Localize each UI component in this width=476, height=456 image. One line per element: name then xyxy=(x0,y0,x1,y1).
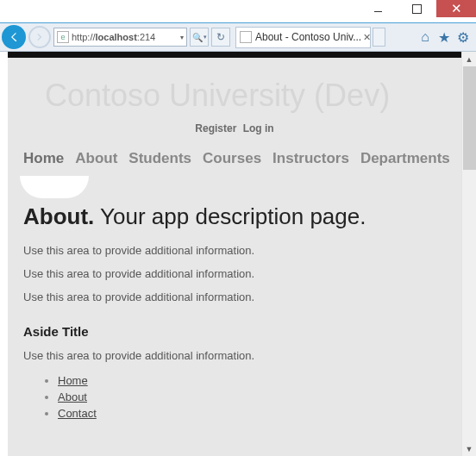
nav-instructors[interactable]: Instructors xyxy=(272,150,349,167)
star-icon: ★ xyxy=(438,29,450,46)
tab-close-icon[interactable]: ✕ xyxy=(361,32,371,43)
back-button[interactable] xyxy=(2,25,26,49)
tools-button[interactable]: ⚙ xyxy=(454,27,473,47)
aside-heading: Aside Title xyxy=(23,309,446,344)
scroll-up-arrow-icon[interactable]: ▲ xyxy=(462,52,476,66)
page-content: Contoso University (Dev) Register Log in… xyxy=(8,52,461,456)
new-tab-button[interactable] xyxy=(373,28,385,47)
decorative-shape xyxy=(20,176,89,198)
window-maximize-button[interactable] xyxy=(398,0,436,17)
nav-departments[interactable]: Departments xyxy=(360,150,450,167)
page-icon: e xyxy=(57,31,69,43)
nav-courses[interactable]: Courses xyxy=(203,150,261,167)
login-link[interactable]: Log in xyxy=(243,122,274,134)
list-item: Home xyxy=(58,372,446,389)
gear-icon: ⚙ xyxy=(457,29,469,46)
page-icon xyxy=(240,31,252,43)
address-dropdown-icon[interactable]: ▾ xyxy=(178,34,184,41)
refresh-button[interactable] xyxy=(211,28,230,47)
url-rest: :214 xyxy=(137,32,155,42)
body-paragraph: Use this area to provide additional info… xyxy=(23,239,446,262)
link-about[interactable]: About xyxy=(58,390,87,403)
window-minimize-button[interactable] xyxy=(359,0,398,17)
arrow-left-icon xyxy=(6,29,22,45)
window-titlebar: ✕ xyxy=(0,0,476,23)
scroll-down-arrow-icon[interactable]: ▼ xyxy=(462,441,476,456)
search-button[interactable]: 🔍▾ xyxy=(190,28,209,47)
url-host: localhost xyxy=(96,32,137,42)
home-icon: ⌂ xyxy=(421,29,429,45)
nav-home[interactable]: Home xyxy=(23,150,64,167)
aside-paragraph: Use this area to provide additional info… xyxy=(23,344,446,367)
aside-link-list: Home About Contact xyxy=(23,367,446,422)
chevron-down-icon: ▾ xyxy=(204,34,207,41)
list-item: Contact xyxy=(58,405,446,422)
forward-button xyxy=(28,26,51,48)
search-icon: 🔍 xyxy=(192,33,203,42)
scroll-thumb[interactable] xyxy=(463,66,476,170)
site-title: Contoso University (Dev) xyxy=(23,58,446,122)
heading-bold: About. xyxy=(23,203,94,229)
register-link[interactable]: Register xyxy=(195,122,236,134)
main-nav: Home About Students Courses Instructors … xyxy=(23,145,446,179)
window-close-button[interactable]: ✕ xyxy=(436,0,476,17)
heading-rest: Your app description page. xyxy=(94,203,366,229)
link-contact[interactable]: Contact xyxy=(58,407,97,420)
vertical-scrollbar[interactable]: ▲ ▼ xyxy=(461,52,476,456)
favorites-button[interactable]: ★ xyxy=(435,27,454,47)
nav-about[interactable]: About xyxy=(75,150,117,167)
nav-students[interactable]: Students xyxy=(128,150,191,167)
browser-viewport: Contoso University (Dev) Register Log in… xyxy=(0,52,476,456)
home-button[interactable]: ⌂ xyxy=(416,27,435,47)
auth-links: Register Log in xyxy=(23,122,446,145)
body-paragraph: Use this area to provide additional info… xyxy=(23,262,446,285)
body-paragraph: Use this area to provide additional info… xyxy=(23,285,446,309)
page-heading: About. Your app description page. xyxy=(23,198,446,239)
link-home[interactable]: Home xyxy=(58,374,88,387)
list-item: About xyxy=(58,389,446,405)
arrow-right-icon xyxy=(34,31,46,43)
url-prefix: http:// xyxy=(72,32,96,42)
tab-title: About - Contoso Univ... xyxy=(255,31,361,43)
top-black-bar xyxy=(8,52,461,58)
browser-tab[interactable]: About - Contoso Univ... ✕ xyxy=(235,27,371,48)
browser-toolbar: e http://localhost:214 ▾ 🔍▾ About - Cont… xyxy=(0,23,476,52)
address-bar[interactable]: e http://localhost:214 ▾ xyxy=(53,28,187,47)
